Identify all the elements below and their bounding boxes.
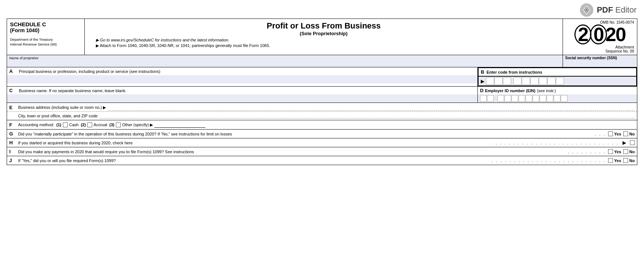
field-b-header: B Enter code from instructions: [478, 67, 637, 77]
field-a: A Principal business or profession, incl…: [7, 67, 478, 86]
dept: Department of the Treasury: [10, 37, 81, 42]
dept-info: Department of the Treasury Internal Reve…: [10, 37, 81, 47]
field-d-label: Employer ID number (EIN): [485, 88, 535, 93]
field-c-letter: C: [9, 88, 16, 93]
g-yes-item: Yes: [608, 131, 621, 136]
name-input[interactable]: [9, 61, 560, 65]
method3-label: Other (specify) ▶: [122, 123, 153, 127]
ein-dot-1: ·: [494, 96, 497, 101]
g-no-checkbox[interactable]: [623, 131, 628, 136]
row-j: J If “Yes,” did you or will you file req…: [7, 156, 637, 165]
i-dots: . . . . . . . . .: [568, 150, 606, 154]
code-boxes: [486, 77, 564, 85]
header-center: Profit or Loss From Business (Sole Propr…: [85, 19, 563, 55]
method3-num: (3): [110, 123, 114, 127]
i-yes-label: Yes: [614, 150, 621, 154]
h-checkbox[interactable]: [630, 140, 635, 145]
row-cd: C Business name. If no separate business…: [7, 87, 637, 103]
code-box-2[interactable]: [494, 77, 503, 85]
field-h-text: If you started or acquired this business…: [18, 141, 493, 145]
ein-box-11[interactable]: [554, 95, 560, 102]
j-yes-checkbox[interactable]: [608, 158, 613, 163]
year-zero-2: 0: [590, 24, 607, 44]
irs: Internal Revenue Service (99): [10, 42, 81, 47]
attachment: Attachment: [566, 45, 634, 49]
i-no-item: No: [623, 149, 635, 154]
ssn-field: Social security number (SSN): [563, 55, 637, 67]
main-title: Profit or Loss From Business: [88, 21, 559, 31]
other-specify-input[interactable]: [154, 122, 205, 128]
schedule-title: SCHEDULE C: [10, 21, 81, 27]
j-no-checkbox[interactable]: [623, 158, 628, 163]
ein-box-2[interactable]: [487, 95, 494, 102]
field-a-label: Principal business or profession, includ…: [19, 69, 160, 74]
method2-checkbox[interactable]: [87, 123, 92, 127]
header-right: OMB No. 1545-0074 2020 Attachment Sequen…: [563, 19, 637, 55]
field-c-text-input[interactable]: [9, 95, 475, 102]
form-container: SCHEDULE C (Form 1040) Department of the…: [7, 19, 637, 165]
j-yes-item: Yes: [608, 158, 621, 163]
field-i-text: Did you make any payments in 2020 that w…: [18, 150, 566, 154]
field-a-text-input[interactable]: [9, 76, 475, 83]
ein-box-9[interactable]: [540, 95, 546, 102]
method2-label: Accrual: [94, 123, 107, 127]
method2-num: (2): [81, 123, 85, 127]
form-header: SCHEDULE C (Form 1040) Department of the…: [7, 19, 637, 55]
field-d-header: D Employer ID number (EIN) (see instr.): [478, 87, 637, 94]
form-number: (Form 1040): [10, 27, 81, 33]
g-yes-label: Yes: [614, 132, 621, 136]
ssn-input[interactable]: [565, 61, 635, 65]
field-c-label-row: C Business name. If no separate business…: [7, 87, 477, 94]
field-g-text: Did you “materially participate” in the …: [18, 132, 593, 136]
name-field-label: Name of proprietor: [9, 56, 560, 60]
name-field: Name of proprietor: [7, 55, 563, 67]
address-text-input[interactable]: [108, 104, 635, 108]
ein-box-4[interactable]: [504, 95, 511, 102]
code-box-6[interactable]: [530, 77, 539, 85]
ein-box-5[interactable]: [511, 95, 518, 102]
code-box-9[interactable]: [556, 77, 564, 85]
ein-box-7[interactable]: [526, 95, 532, 102]
field-h-letter: H: [9, 140, 16, 145]
ein-box-12[interactable]: [561, 95, 567, 102]
other-text-input[interactable]: [154, 122, 205, 126]
instruction1: ▶ Go to www.irs.gov/ScheduleC for instru…: [96, 38, 559, 43]
field-b-arrow: ▶: [481, 78, 484, 84]
field-e-address-input[interactable]: [108, 104, 635, 111]
method1-label: Cash: [69, 123, 79, 127]
row-h: H If you started or acquired this busine…: [7, 138, 637, 147]
ein-box-3[interactable]: [497, 95, 504, 102]
ein-box-10[interactable]: [547, 95, 553, 102]
field-f-label: Accounting method:: [18, 123, 54, 127]
code-box-4[interactable]: [513, 77, 521, 85]
subtitle: (Sole Proprietorship): [88, 31, 559, 36]
city-text-input[interactable]: [100, 114, 635, 118]
field-i-letter: I: [9, 149, 16, 154]
code-box-7[interactable]: [539, 77, 547, 85]
method3-checkbox[interactable]: [116, 123, 121, 127]
field-c: C Business name. If no separate business…: [7, 87, 478, 103]
pdf-label: PDF: [597, 5, 613, 14]
field-d-letter: D: [480, 88, 483, 93]
code-box-8[interactable]: [547, 77, 556, 85]
field-d: D Employer ID number (EIN) (see instr.) …: [478, 87, 637, 103]
ein-box-8[interactable]: [533, 95, 539, 102]
j-dots: . . . . . . . . . . . . . . . . . . . . …: [492, 158, 606, 163]
code-box-1[interactable]: [486, 77, 494, 85]
pdf-editor-text: PDF Editor: [597, 5, 637, 15]
code-box-3[interactable]: [503, 77, 511, 85]
field-c-label: Business name. If no separate business n…: [19, 88, 126, 93]
i-yes-checkbox[interactable]: [608, 149, 613, 154]
h-dots: . . . . . . . . . . . . . . . . . . . . …: [496, 141, 619, 145]
ein-box-6[interactable]: [519, 95, 525, 102]
ein-box-1[interactable]: [480, 95, 487, 102]
method1-checkbox[interactable]: [63, 123, 68, 127]
code-box-5[interactable]: [522, 77, 530, 85]
ssn-field-label: Social security number (SSN): [565, 56, 635, 60]
g-yes-checkbox[interactable]: [608, 131, 613, 136]
method1-item: (1) Cash: [56, 123, 78, 127]
i-no-checkbox[interactable]: [623, 149, 628, 154]
field-b-content: ▶: [478, 77, 637, 86]
attachment-text: Attachment Sequence No. 09: [566, 45, 634, 53]
name-ssn-row: Name of proprietor Social security numbe…: [7, 55, 637, 67]
